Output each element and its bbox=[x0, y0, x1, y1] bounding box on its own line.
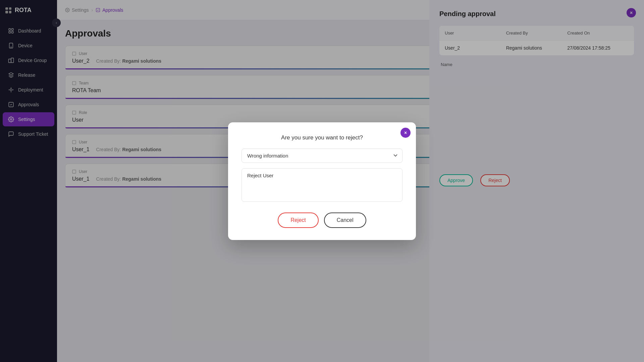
modal-overlay: × Are you sure you want to reject? Wrong… bbox=[0, 0, 644, 362]
modal-actions: Reject Cancel bbox=[241, 213, 402, 228]
modal-reject-button[interactable]: Reject bbox=[278, 213, 318, 228]
reject-reason-textarea[interactable]: Reject User bbox=[241, 168, 402, 202]
modal-question: Are you sure you want to reject? bbox=[241, 134, 402, 141]
modal-close-button[interactable]: × bbox=[400, 128, 411, 138]
modal-cancel-button[interactable]: Cancel bbox=[324, 213, 366, 228]
reject-reason-select[interactable]: Wrong information Incomplete information… bbox=[241, 148, 402, 163]
reject-modal: × Are you sure you want to reject? Wrong… bbox=[228, 122, 416, 240]
